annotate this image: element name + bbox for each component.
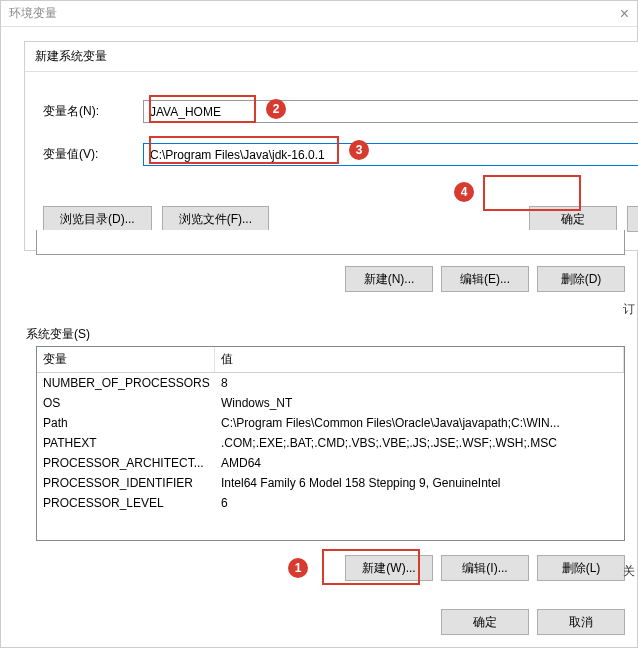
- system-vars-table[interactable]: 变量 值 NUMBER_OF_PROCESSORS8 OSWindows_NT …: [36, 346, 625, 541]
- annotation-3: 3: [349, 140, 369, 160]
- table-row[interactable]: OSWindows_NT: [37, 393, 624, 413]
- main-ok-button[interactable]: 确定: [441, 609, 529, 635]
- var-name-label: 变量名(N):: [43, 103, 143, 120]
- table-row[interactable]: PATHEXT.COM;.EXE;.BAT;.CMD;.VBS;.VBE;.JS…: [37, 433, 624, 453]
- dialog-title: 新建系统变量: [25, 42, 638, 72]
- cancel-button[interactable]: 取消: [627, 206, 638, 232]
- new-system-var-dialog: 新建系统变量 变量名(N): 变量值(V): 浏览目录(D)... 浏览文件(F…: [24, 41, 638, 251]
- system-vars-label: 系统变量(S): [26, 326, 90, 343]
- main-cancel-button[interactable]: 取消: [537, 609, 625, 635]
- sys-edit-button[interactable]: 编辑(I)...: [441, 555, 529, 581]
- close-icon[interactable]: ×: [620, 5, 629, 23]
- env-vars-window: 环境变量 × 新建系统变量 变量名(N): 变量值(V): 浏览目录(D)...…: [0, 0, 638, 648]
- user-var-buttons: 新建(N)... 编辑(E)... 删除(D): [345, 266, 625, 292]
- table-row[interactable]: PROCESSOR_LEVEL6: [37, 493, 624, 513]
- col-value[interactable]: 值: [215, 347, 624, 372]
- cutoff-text: 关: [623, 563, 635, 580]
- annotation-2: 2: [266, 99, 286, 119]
- ok-button[interactable]: 确定: [529, 206, 617, 232]
- table-row[interactable]: PROCESSOR_ARCHITECT...AMD64: [37, 453, 624, 473]
- sys-new-button[interactable]: 新建(W)...: [345, 555, 433, 581]
- user-edit-button[interactable]: 编辑(E)...: [441, 266, 529, 292]
- table-row[interactable]: PathC:\Program Files\Common Files\Oracle…: [37, 413, 624, 433]
- browse-file-button[interactable]: 浏览文件(F)...: [162, 206, 269, 232]
- window-title: 环境变量: [9, 5, 57, 22]
- var-name-row: 变量名(N):: [43, 100, 638, 123]
- table-body: NUMBER_OF_PROCESSORS8 OSWindows_NT PathC…: [37, 373, 624, 513]
- annotation-1: 1: [288, 558, 308, 578]
- title-bar: 环境变量 ×: [1, 1, 637, 27]
- sys-delete-button[interactable]: 删除(L): [537, 555, 625, 581]
- table-row[interactable]: PROCESSOR_IDENTIFIERIntel64 Family 6 Mod…: [37, 473, 624, 493]
- user-vars-box-edge: [36, 230, 625, 255]
- var-value-row: 变量值(V):: [43, 143, 638, 166]
- var-value-input[interactable]: [143, 143, 638, 166]
- var-name-input[interactable]: [143, 100, 638, 123]
- cutoff-text2: 订: [623, 301, 635, 318]
- bottom-buttons: 确定 取消: [441, 609, 625, 635]
- table-row[interactable]: NUMBER_OF_PROCESSORS8: [37, 373, 624, 393]
- annotation-4: 4: [454, 182, 474, 202]
- browse-dir-button[interactable]: 浏览目录(D)...: [43, 206, 152, 232]
- user-new-button[interactable]: 新建(N)...: [345, 266, 433, 292]
- table-header: 变量 值: [37, 347, 624, 373]
- user-delete-button[interactable]: 删除(D): [537, 266, 625, 292]
- var-value-label: 变量值(V):: [43, 146, 143, 163]
- system-var-buttons: 新建(W)... 编辑(I)... 删除(L): [345, 555, 625, 581]
- col-variable[interactable]: 变量: [37, 347, 215, 372]
- dialog-body: 变量名(N): 变量值(V):: [25, 72, 638, 206]
